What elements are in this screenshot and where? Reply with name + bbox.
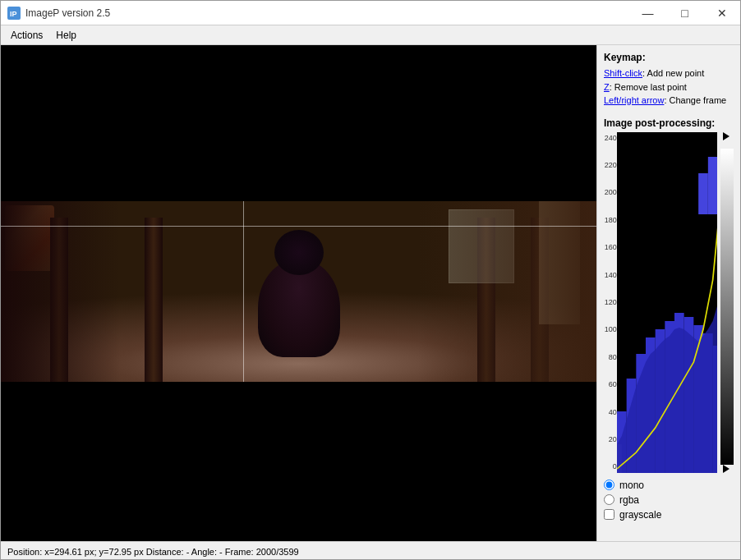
app-icon: IP (7, 7, 21, 20)
rgba-option[interactable]: rgba (604, 494, 734, 506)
top-slider-handle[interactable] (723, 132, 729, 140)
hist-label-120: 120 (605, 298, 617, 306)
menu-bar: Actions Help (1, 25, 740, 45)
keymap-section: Keymap: Shift-click: Add new point Z: Re… (604, 52, 734, 108)
sidebar: Keymap: Shift-click: Add new point Z: Re… (596, 45, 740, 541)
title-bar: IP ImageP version 2.5 — □ ✕ (1, 1, 740, 25)
keymap-arrow[interactable]: Left/right arrow (604, 95, 664, 105)
keymap-shift-click[interactable]: Shift-click (604, 68, 642, 78)
hist-label-200: 200 (605, 188, 617, 196)
scene (1, 201, 596, 382)
image-top-black (1, 45, 596, 201)
rgba-radio[interactable] (604, 494, 614, 505)
hist-label-160: 160 (605, 243, 617, 251)
histogram-chart[interactable] (617, 132, 717, 473)
hist-label-240: 240 (605, 134, 617, 142)
image-bottom-black (1, 382, 596, 541)
histogram-gradient-bar[interactable] (720, 149, 734, 465)
grayscale-option[interactable]: grayscale (604, 509, 734, 521)
histogram-container[interactable]: 240 220 200 180 160 140 120 100 80 60 40… (604, 132, 734, 473)
hist-label-60: 60 (609, 380, 617, 388)
keymap-line-1: Shift-click: Add new point (604, 67, 734, 80)
keymap-title: Keymap: (604, 52, 734, 63)
histogram-labels: 240 220 200 180 160 140 120 100 80 60 40… (604, 132, 617, 473)
mono-option[interactable]: mono (604, 480, 734, 491)
grayscale-label: grayscale (619, 509, 661, 521)
title-controls: — □ ✕ (629, 1, 740, 25)
gradient-column (719, 132, 734, 473)
menu-actions[interactable]: Actions (4, 28, 49, 43)
status-text: Position: x=294.61 px; y=72.95 px Distan… (7, 547, 299, 557)
main-content: Keymap: Shift-click: Add new point Z: Re… (1, 45, 740, 541)
crosshair-vertical (243, 201, 244, 382)
svg-text:IP: IP (10, 10, 17, 18)
image-area[interactable] (1, 201, 596, 382)
histogram-title: Image post-processing: (604, 117, 734, 129)
keymap-line-3: Left/right arrow: Change frame (604, 94, 734, 108)
menu-help[interactable]: Help (49, 28, 83, 43)
bottom-slider-handle[interactable] (723, 465, 729, 473)
mono-radio[interactable] (604, 480, 614, 490)
hist-label-20: 20 (609, 435, 617, 443)
hist-label-40: 40 (609, 408, 617, 416)
room-bg-overlay (1, 201, 596, 382)
image-viewer[interactable] (1, 45, 596, 541)
rgba-label: rgba (619, 494, 639, 506)
hist-label-180: 180 (605, 216, 617, 224)
app-title: ImageP version 2.5 (25, 7, 110, 19)
status-bar: Position: x=294.61 px; y=72.95 px Distan… (1, 541, 740, 560)
hist-label-140: 140 (605, 271, 617, 279)
display-options: mono rgba grayscale (604, 480, 734, 521)
keymap-line-2: Z: Remove last point (604, 80, 734, 94)
svg-rect-16 (698, 173, 708, 214)
hist-label-220: 220 (605, 161, 617, 169)
maximize-button[interactable]: □ (666, 1, 703, 25)
keymap-z[interactable]: Z (604, 82, 610, 92)
hist-label-100: 100 (605, 325, 617, 333)
hist-label-80: 80 (609, 353, 617, 361)
histogram-svg (617, 132, 717, 473)
svg-rect-17 (708, 157, 717, 214)
grayscale-checkbox[interactable] (604, 509, 614, 520)
minimize-button[interactable]: — (629, 1, 666, 25)
histogram-section: Image post-processing: 240 220 200 180 1… (604, 117, 734, 473)
mono-label: mono (619, 480, 644, 491)
close-button[interactable]: ✕ (703, 1, 740, 25)
crosshair-horizontal (1, 226, 596, 227)
